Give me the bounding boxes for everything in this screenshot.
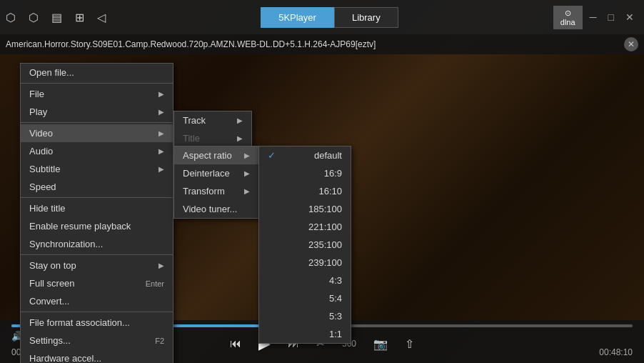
menu-hardware-accel[interactable]: Hardware accel... (21, 349, 173, 363)
dlna-icon: ⊙ (565, 9, 571, 18)
arrow-icon: ▶ (244, 169, 250, 177)
dlna-button[interactable]: ⊙ dlna (553, 6, 583, 29)
menu-video-tuner[interactable]: Video tuner... (174, 200, 258, 218)
top-bar-icons: ⬡ ⬡ ▤ ⊞ ◁ (6, 11, 106, 24)
airplay-icon[interactable]: ⬡ (29, 11, 39, 24)
ratio-235-100[interactable]: 235:100 (259, 236, 351, 254)
menu-settings[interactable]: Settings... F2 (21, 332, 173, 349)
ratio-221-100[interactable]: 221:100 (259, 218, 351, 236)
ratio-5-4[interactable]: 5:4 (259, 289, 351, 307)
volume-icon[interactable]: ◁ (97, 11, 106, 24)
dlna-label: dlna (560, 18, 575, 26)
ratio-1-1[interactable]: 1:1 (259, 325, 351, 343)
minimize-button[interactable]: ─ (585, 10, 601, 24)
menu-title[interactable]: Title ▶ (174, 129, 251, 147)
menu-convert[interactable]: Convert... (21, 292, 173, 310)
arrow-icon: ▶ (244, 151, 250, 159)
top-bar: ⬡ ⬡ ▤ ⊞ ◁ 5KPlayer Library ⊙ dlna ─ □ ✕ (0, 0, 644, 34)
shortcut-f2: F2 (155, 337, 164, 345)
menu-hide-title[interactable]: Hide title (21, 199, 173, 217)
time-total: 00:48:10 (599, 347, 633, 357)
ratio-default[interactable]: default (259, 146, 351, 164)
context-menu-l2-video: Aspect ratio ▶ Deinterlace ▶ Transform ▶… (173, 146, 259, 219)
menu-play[interactable]: Play ▶ (21, 103, 173, 121)
menu-speed[interactable]: Speed (21, 178, 173, 196)
menu-file[interactable]: File ▶ (21, 85, 173, 103)
menu-aspect-ratio[interactable]: Aspect ratio ▶ (174, 146, 258, 164)
menu-file-format[interactable]: File format association... (21, 314, 173, 332)
arrow-icon: ▶ (159, 108, 164, 116)
ratio-239-100[interactable]: 239:100 (259, 254, 351, 272)
close-button[interactable]: ✕ (621, 10, 638, 24)
arrow-icon: ▶ (159, 90, 164, 98)
prev-button[interactable]: ⏮ (227, 336, 244, 352)
menu-separator (21, 312, 173, 312)
arrow-icon: ▶ (244, 187, 250, 195)
ratio-185-100[interactable]: 185:100 (259, 200, 351, 218)
airplay-ctrl-button[interactable]: ⇧ (402, 336, 417, 352)
playlist-icon[interactable]: ▤ (51, 11, 62, 24)
maximize-button[interactable]: □ (604, 10, 618, 24)
ratio-4-3[interactable]: 4:3 (259, 272, 351, 289)
title-close-button[interactable]: ✕ (624, 37, 638, 51)
menu-separator (21, 197, 173, 198)
tab-5kplayer[interactable]: 5KPlayer (261, 7, 334, 28)
menu-enable-resume[interactable]: Enable resume playback (21, 217, 173, 235)
menu-fullscreen[interactable]: Full screen Enter (21, 274, 173, 292)
shortcut-enter: Enter (146, 279, 164, 288)
tab-library[interactable]: Library (334, 7, 398, 28)
arrow-icon: ▶ (237, 116, 243, 124)
menu-video[interactable]: Video ▶ (21, 124, 173, 142)
arrow-icon: ▶ (159, 165, 164, 173)
menu-subtitle[interactable]: Subtitle ▶ (21, 160, 173, 178)
arrow-icon: ▶ (159, 129, 164, 137)
top-bar-right: ⊙ dlna ─ □ ✕ (553, 6, 638, 29)
ratio-16-9[interactable]: 16:9 (259, 164, 351, 182)
context-menu-l2-track: Track ▶ Title ▶ (173, 111, 252, 148)
menu-separator (21, 254, 173, 255)
menu-deinterlace[interactable]: Deinterlace ▶ (174, 164, 258, 182)
layers-icon[interactable]: ⊞ (75, 11, 84, 24)
ratio-5-3[interactable]: 5:3 (259, 307, 351, 325)
menu-audio[interactable]: Audio ▶ (21, 142, 173, 160)
menu-open-file[interactable]: Open file... (21, 64, 173, 81)
video-title: American.Horror.Story.S09E01.Camp.Redwoo… (6, 39, 376, 49)
menu-stay-on-top[interactable]: Stay on top ▶ (21, 257, 173, 274)
menu-separator (21, 122, 173, 123)
ratio-16-10[interactable]: 16:10 (259, 182, 351, 200)
arrow-icon: ▶ (159, 147, 164, 155)
screenshot-button[interactable]: 📷 (371, 336, 391, 352)
context-menu-l3-ratio: default 16:9 16:10 185:100 221:100 235:1… (258, 146, 351, 344)
menu-track[interactable]: Track ▶ (174, 111, 251, 129)
title-bar: American.Horror.Story.S09E01.Camp.Redwoo… (0, 34, 644, 54)
menu-separator (21, 83, 173, 84)
menu-transform[interactable]: Transform ▶ (174, 182, 258, 200)
arrow-icon: ▶ (159, 262, 164, 269)
tab-group: 5KPlayer Library (261, 7, 398, 28)
menu-synchronization[interactable]: Synchronization... (21, 235, 173, 253)
context-menu-l1: Open file... File ▶ Play ▶ Video ▶ Audio… (20, 63, 173, 363)
app-logo-icon: ⬡ (6, 11, 16, 24)
arrow-icon: ▶ (237, 134, 243, 142)
